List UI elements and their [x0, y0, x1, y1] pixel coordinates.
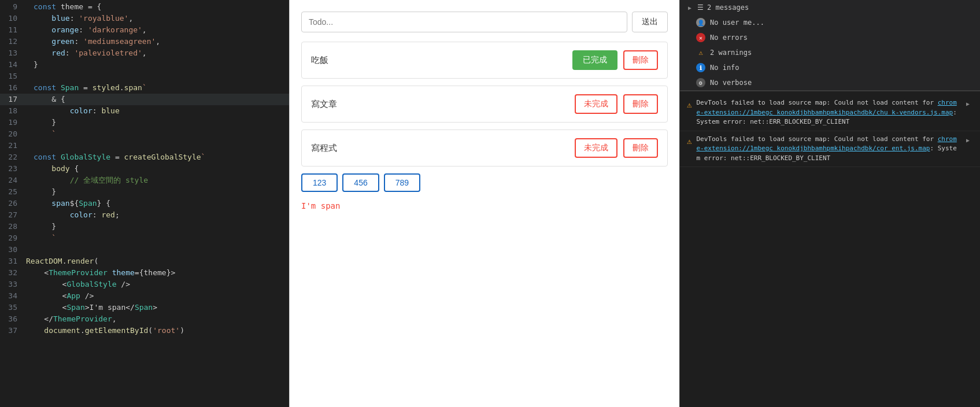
line-number: 9: [0, 1, 24, 13]
line-number: 29: [0, 232, 24, 244]
todo-item: 寫程式未完成刪除: [301, 130, 668, 166]
line-content: // 全域空間的 style: [34, 175, 289, 186]
messages-label: 2 messages: [707, 3, 749, 12]
console-item-label: No errors: [710, 34, 748, 42]
line-number: 35: [0, 302, 24, 313]
expand-arrow[interactable]: ▶: [963, 98, 973, 109]
submit-button[interactable]: 送出: [632, 12, 668, 32]
code-line: 37 document.getElementById('root'): [0, 325, 289, 336]
line-content: color: red;: [34, 209, 289, 221]
console-item-label: 2 warnings: [710, 49, 752, 57]
todo-text: 寫文章: [311, 99, 575, 110]
delete-button[interactable]: 刪除: [623, 138, 658, 158]
console-item[interactable]: ⚙No verbose: [680, 75, 980, 90]
delete-button[interactable]: 刪除: [623, 50, 658, 70]
warning-icon: ⚠: [687, 99, 691, 111]
code-line: 31ReactDOM.render(: [0, 256, 289, 267]
line-number: 33: [0, 279, 24, 290]
todo-text: 吃飯: [311, 55, 572, 66]
line-number: 19: [0, 117, 24, 128]
line-content: <ThemeProvider theme={theme}>: [26, 267, 289, 279]
line-content: & {: [34, 94, 289, 105]
todo-item: 寫文章未完成刪除: [301, 86, 668, 123]
line-number: 27: [0, 209, 24, 221]
line-content: red: 'palevioletred',: [34, 47, 289, 59]
span-text-display: I'm span: [301, 201, 668, 210]
code-line: 35 <Span>I'm span</Span>: [0, 302, 289, 313]
line-content: }: [34, 117, 289, 128]
messages-icon: ☰: [697, 3, 704, 12]
code-line: 30: [0, 244, 289, 256]
incomplete-button[interactable]: 未完成: [575, 94, 617, 114]
incomplete-button[interactable]: 未完成: [575, 138, 617, 158]
line-number: 10: [0, 13, 24, 24]
code-line: 15: [0, 71, 289, 82]
line-content: ReactDOM.render(: [26, 256, 289, 267]
error-entries: ⚠DevTools failed to load source map: Cou…: [680, 95, 980, 167]
line-number: 36: [0, 313, 24, 325]
line-content: const GlobalStyle = createGlobalStyle`: [34, 151, 289, 163]
line-number: 25: [0, 186, 24, 198]
line-number: 15: [0, 71, 24, 82]
code-line: 24 // 全域空間的 style: [0, 175, 289, 186]
code-lines: 9const theme = {10 blue: 'royalblue',11 …: [0, 0, 289, 336]
delete-button[interactable]: 刪除: [623, 94, 658, 114]
console-item[interactable]: ℹNo info: [680, 60, 980, 75]
page-button[interactable]: 456: [342, 173, 379, 192]
line-content: const theme = {: [34, 1, 289, 13]
error-text: DevTools failed to load source map: Coul…: [696, 98, 958, 127]
todo-input-row: 送出: [301, 12, 668, 32]
line-content: <GlobalStyle />: [26, 279, 289, 290]
line-number: 17: [0, 94, 24, 105]
user-icon: 👤: [696, 18, 705, 27]
line-content: </ThemeProvider,: [26, 313, 289, 325]
page-button[interactable]: 789: [384, 173, 420, 192]
line-number: 32: [0, 267, 24, 279]
line-number: 28: [0, 221, 24, 232]
line-content: document.getElementById('root'): [26, 325, 289, 336]
page-button[interactable]: 123: [301, 173, 338, 192]
code-line: 25 }: [0, 186, 289, 198]
line-number: 26: [0, 198, 24, 209]
console-item[interactable]: 👤No user me...: [680, 15, 980, 30]
code-line: 16const Span = styled.span`: [0, 82, 289, 94]
warning-icon: ⚠: [687, 135, 691, 147]
warning-icon: ⚠: [696, 48, 705, 57]
app-preview: 送出 吃飯已完成刪除寫文章未完成刪除寫程式未完成刪除 123456789 I'm…: [289, 0, 679, 407]
line-content: <App />: [26, 290, 289, 302]
line-content: }: [34, 186, 289, 198]
messages-section: ▶ ☰ 2 messages 👤No user me...✕No errors⚠…: [680, 0, 980, 91]
code-line: 23 body {: [0, 163, 289, 175]
console-item[interactable]: ⚠2 warnings: [680, 45, 980, 60]
todo-input[interactable]: [301, 12, 627, 32]
line-content: green: 'mediumseagreen',: [34, 36, 289, 47]
line-content: }: [34, 59, 289, 71]
done-button[interactable]: 已完成: [572, 50, 617, 70]
pagination: 123456789: [301, 173, 668, 192]
code-line: 20 `: [0, 128, 289, 140]
line-content: body {: [34, 163, 289, 175]
messages-section-header[interactable]: ▶ ☰ 2 messages: [680, 0, 980, 15]
code-line: 36 </ThemeProvider,: [0, 313, 289, 325]
info-icon: ℹ: [696, 63, 705, 72]
code-line: 26 span${Span} {: [0, 198, 289, 209]
expand-arrow[interactable]: ▶: [963, 135, 973, 146]
console-items: 👤No user me...✕No errors⚠2 warningsℹNo i…: [680, 15, 980, 90]
line-number: 16: [0, 82, 24, 94]
line-content: orange: 'darkorange',: [34, 24, 289, 36]
line-content: const Span = styled.span`: [34, 82, 289, 94]
line-content: `: [34, 128, 289, 140]
code-editor: 9const theme = {10 blue: 'royalblue',11 …: [0, 0, 289, 407]
console-item-label: No user me...: [710, 18, 764, 27]
console-item[interactable]: ✕No errors: [680, 30, 980, 45]
code-line: 17 & {: [0, 94, 289, 105]
line-content: span${Span} {: [34, 198, 289, 209]
code-line: 27 color: red;: [0, 209, 289, 221]
code-line: 14}: [0, 59, 289, 71]
todo-item: 吃飯已完成刪除: [301, 42, 668, 79]
code-line: 19 }: [0, 117, 289, 128]
code-line: 10 blue: 'royalblue',: [0, 13, 289, 24]
line-number: 14: [0, 59, 24, 71]
line-number: 31: [0, 256, 24, 267]
error-icon: ✕: [696, 33, 705, 42]
